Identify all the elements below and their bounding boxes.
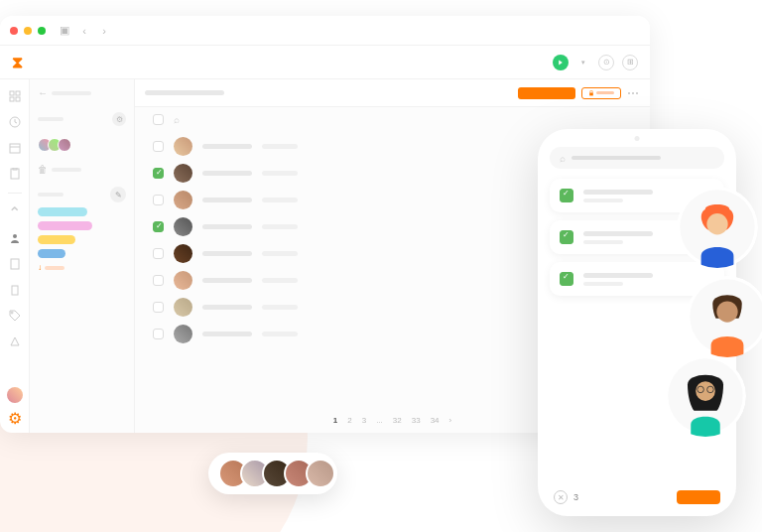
- app-topbar: ⧗ ▾ ⊙ ⊞: [0, 46, 650, 79]
- svg-rect-10: [12, 286, 18, 295]
- row-avatar: [174, 137, 192, 156]
- window-titlebar: ▣ ‹ ›: [0, 16, 650, 46]
- search-icon: ⌕: [560, 153, 566, 164]
- row-name: [202, 198, 252, 202]
- phone-card-title: [583, 231, 653, 236]
- header-action-1[interactable]: ⊙: [598, 55, 614, 70]
- phone-camera: [635, 136, 640, 141]
- toolbar: ⋯: [135, 79, 650, 107]
- svg-rect-12: [589, 92, 593, 95]
- svg-point-18: [716, 301, 737, 322]
- search-icon[interactable]: ⌕: [174, 114, 180, 125]
- phone-card-title: [583, 273, 653, 278]
- minimize-dot[interactable]: [24, 27, 32, 35]
- select-all-checkbox[interactable]: [153, 114, 164, 125]
- row-meta: [262, 171, 298, 176]
- sidebar-toggle-icon[interactable]: ▣: [58, 24, 71, 38]
- svg-rect-9: [11, 259, 19, 269]
- svg-point-15: [706, 213, 727, 234]
- rail-calendar-icon[interactable]: [8, 141, 22, 155]
- chevron-down-icon[interactable]: ▾: [576, 56, 590, 69]
- row-checkbox[interactable]: [153, 168, 164, 179]
- rail-tag-icon[interactable]: [8, 309, 22, 323]
- row-name: [202, 224, 252, 229]
- filter-row: ⌕: [135, 107, 650, 131]
- row-checkbox[interactable]: [153, 141, 164, 152]
- nav-forward-icon[interactable]: ›: [97, 24, 111, 38]
- sidebar-trash-label: [52, 168, 81, 172]
- row-name: [202, 144, 252, 149]
- header-action-2[interactable]: ⊞: [622, 55, 638, 70]
- play-button[interactable]: [553, 55, 569, 70]
- page-number[interactable]: 2: [347, 416, 351, 425]
- phone-checkbox[interactable]: [560, 272, 573, 286]
- row-meta: [262, 278, 298, 283]
- phone-search[interactable]: ⌕: [550, 147, 724, 169]
- row-meta: [262, 144, 298, 149]
- row-avatar: [174, 298, 192, 317]
- phone-checkbox[interactable]: [560, 189, 573, 202]
- row-meta: [262, 224, 298, 229]
- svg-rect-3: [16, 97, 20, 101]
- lock-icon: [588, 90, 594, 96]
- page-number[interactable]: ...: [376, 416, 383, 425]
- rail-clipboard-icon[interactable]: [8, 167, 22, 181]
- secondary-action-button[interactable]: [581, 87, 621, 99]
- pencil-icon[interactable]: ✎: [110, 187, 126, 202]
- phone-action-button[interactable]: [677, 490, 720, 504]
- row-checkbox[interactable]: [153, 302, 164, 313]
- avatar-pill: [208, 453, 337, 494]
- page-number[interactable]: 34: [431, 416, 440, 425]
- row-avatar: [174, 271, 192, 290]
- row-name: [202, 332, 252, 336]
- pill-avatar[interactable]: [306, 459, 335, 488]
- page-number[interactable]: 1: [333, 416, 337, 425]
- trash-icon[interactable]: 🗑: [38, 164, 48, 175]
- sidebar-tags-label: [38, 193, 64, 197]
- rail-user-avatar[interactable]: [7, 387, 23, 403]
- rail-building-icon[interactable]: [8, 283, 22, 297]
- svg-rect-2: [10, 97, 14, 101]
- phone-checkbox[interactable]: [560, 230, 573, 244]
- close-icon[interactable]: ✕: [554, 490, 568, 504]
- toolbar-title: [145, 90, 224, 95]
- close-dot[interactable]: [10, 27, 18, 35]
- row-meta: [262, 305, 298, 310]
- maximize-dot[interactable]: [38, 27, 46, 35]
- sidebar-back-icon[interactable]: ←: [38, 87, 48, 98]
- more-icon[interactable]: ⋯: [627, 86, 640, 100]
- row-avatar: [174, 217, 192, 236]
- sidebar-tag[interactable]: [38, 249, 65, 258]
- sidebar-tag[interactable]: [38, 207, 87, 216]
- rail-dashboard-icon[interactable]: [8, 89, 22, 103]
- row-checkbox[interactable]: [153, 195, 164, 205]
- rail-people-icon[interactable]: [8, 231, 22, 245]
- rail-collapse-icon[interactable]: ⌃: [8, 205, 22, 219]
- row-checkbox[interactable]: [153, 221, 164, 232]
- page-next-icon[interactable]: ›: [449, 416, 452, 425]
- nav-back-icon[interactable]: ‹: [77, 24, 91, 38]
- page-number[interactable]: 3: [362, 416, 366, 425]
- sidebar-tag[interactable]: [38, 235, 75, 244]
- rail-triangle-icon[interactable]: [8, 334, 22, 348]
- rail-doc-icon[interactable]: [8, 257, 22, 271]
- gear-icon[interactable]: ⚙: [112, 112, 126, 126]
- sidebar-add-tag[interactable]: ↓: [38, 263, 126, 272]
- row-checkbox[interactable]: [153, 329, 164, 339]
- row-checkbox[interactable]: [153, 275, 164, 286]
- sidebar-title: [52, 91, 91, 95]
- row-name: [202, 305, 252, 310]
- page-number[interactable]: 33: [412, 416, 421, 425]
- sidebar-tag[interactable]: [38, 221, 92, 230]
- float-avatar-1: [677, 187, 758, 268]
- row-avatar: [174, 244, 192, 263]
- primary-action-button[interactable]: [518, 87, 575, 99]
- rail-clock-icon[interactable]: [8, 115, 22, 129]
- sidebar-team-avatars[interactable]: [38, 138, 67, 152]
- phone-count: 3: [573, 492, 578, 502]
- rail-settings-icon[interactable]: ⚙: [8, 411, 22, 425]
- row-checkbox[interactable]: [153, 248, 164, 259]
- app-logo[interactable]: ⧗: [12, 54, 30, 71]
- page-number[interactable]: 32: [393, 416, 402, 425]
- float-avatar-3: [665, 355, 746, 437]
